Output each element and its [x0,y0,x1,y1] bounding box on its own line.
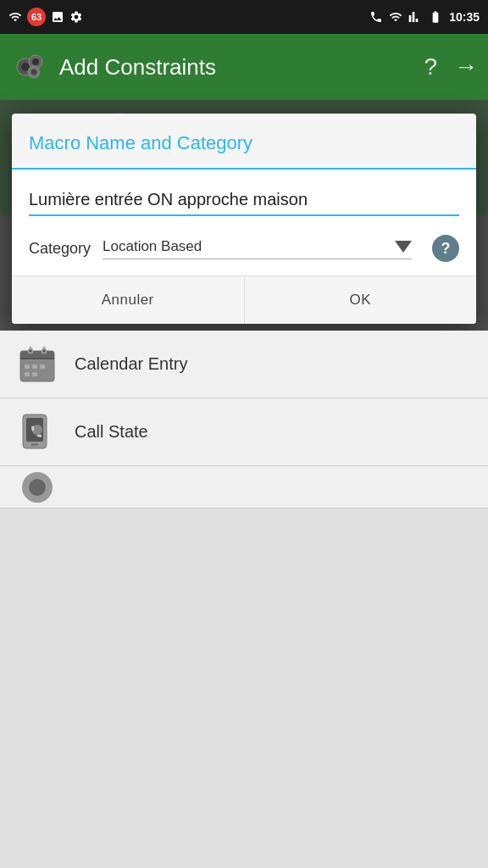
calendar-entry-icon [15,342,59,387]
dialog-title: Macro Name and Category [12,114,476,170]
header-bar: Add Constraints ? → [0,34,488,100]
svg-rect-16 [32,364,37,369]
wifi-icon [388,10,403,24]
notification-badge: 63 [27,8,46,26]
page-title: Add Constraints [59,54,424,81]
call-state-icon [15,410,59,454]
status-left: 63 [8,8,83,26]
svg-rect-18 [25,372,30,376]
cancel-button[interactable]: Annuler [12,276,245,324]
category-select[interactable]: Location Based [103,238,412,259]
signal-bars-icon [408,10,422,24]
category-help-button[interactable]: ? [432,235,459,262]
svg-rect-24 [31,443,38,446]
svg-point-27 [29,479,46,496]
status-right: 10:35 [369,10,480,24]
dropdown-arrow-icon [395,241,412,253]
category-label: Category [29,240,91,258]
svg-point-20 [29,348,33,353]
dialog: Macro Name and Category Category Locatio… [12,114,476,324]
header-actions: ? → [424,53,478,81]
battery-icon [427,10,444,24]
dialog-buttons: Annuler OK [12,275,476,324]
svg-point-3 [32,58,39,65]
svg-rect-12 [20,358,54,359]
svg-rect-19 [32,372,37,376]
list-item[interactable]: Calendar Entry [0,331,488,398]
image-icon [51,10,64,24]
ok-button[interactable]: OK [245,276,477,324]
app-logo-icon [10,47,51,87]
category-value: Location Based [103,238,388,255]
category-row: Category Location Based ? [29,235,459,262]
list-area: Calendar Entry Call State [0,331,488,868]
svg-point-21 [42,348,47,353]
list-item[interactable]: Call State [0,398,488,466]
svg-rect-17 [40,364,45,369]
modal-overlay: Macro Name and Category Category Locatio… [0,100,488,868]
calendar-entry-label: Calendar Entry [75,354,187,374]
settings-icon [69,10,83,24]
question-mark-icon: ? [441,240,451,258]
time-display: 10:35 [449,10,480,24]
macro-name-input[interactable] [29,185,459,216]
status-bar: 63 10:35 [0,0,488,34]
next-button[interactable]: → [454,53,478,81]
list-item-partial[interactable] [0,466,488,509]
call-state-label: Call State [75,422,148,442]
dialog-body: Category Location Based ? [12,170,476,275]
svg-rect-15 [25,364,30,369]
svg-point-5 [31,70,37,75]
partial-item-icon [15,466,59,509]
phone-icon [369,10,383,24]
signal-icon [8,10,22,24]
help-button[interactable]: ? [424,53,437,81]
